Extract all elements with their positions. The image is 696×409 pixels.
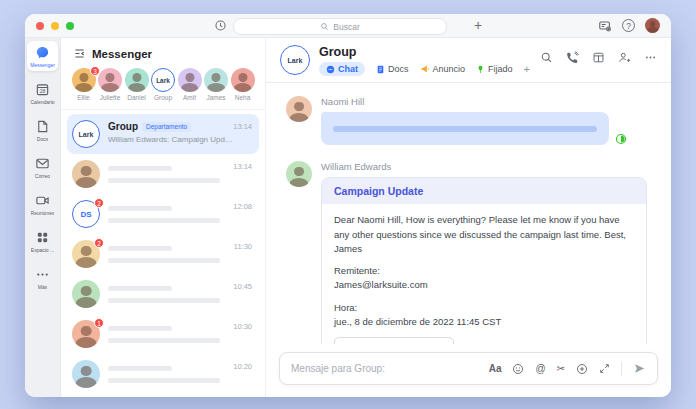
email-card-title: Campaign Update: [322, 178, 646, 204]
message-input[interactable]: Mensaje para Group: Aa @ ✂: [279, 352, 658, 385]
conversation-group-selected[interactable]: Lark Group Departamento William Edwards:…: [67, 114, 259, 154]
global-search-input[interactable]: Buscar: [233, 18, 447, 35]
call-icon[interactable]: [566, 51, 579, 64]
nav-item-docs[interactable]: Docs: [27, 115, 58, 145]
calendar-icon: 28: [35, 82, 50, 97]
avatar: [72, 160, 100, 188]
conversation-item[interactable]: 10:45: [67, 274, 259, 314]
tab-docs[interactable]: Docs: [376, 64, 409, 74]
conversation-name: Group: [319, 45, 530, 59]
search-in-chat-icon[interactable]: [540, 51, 553, 64]
nav-item-messenger[interactable]: Messenger: [27, 41, 58, 71]
pin-icon: [476, 65, 485, 74]
department-tag: Departamento: [142, 122, 191, 132]
chat-panel-header: Messenger: [61, 38, 265, 66]
tab-chat[interactable]: Chat: [319, 62, 365, 76]
placeholder-line: [108, 218, 220, 223]
tab-announcement[interactable]: Anuncio: [420, 64, 466, 74]
mail-icon: [35, 156, 50, 171]
messenger-icon: [35, 45, 50, 60]
add-tab-button[interactable]: +: [524, 63, 530, 75]
shortcut-group[interactable]: Lark Group: [151, 68, 176, 101]
nav-label: Docs: [37, 136, 48, 142]
contact-name: Juliette: [100, 94, 121, 101]
expand-composer-button[interactable]: [599, 363, 610, 374]
screenshot-button[interactable]: ✂: [557, 363, 565, 374]
nav-item-calendar[interactable]: 28 Calendario: [27, 78, 58, 108]
sender-label: Remitente:: [334, 264, 634, 278]
conversation-time: 12:08: [233, 202, 252, 211]
shortcut-james[interactable]: James: [204, 68, 229, 101]
unread-badge: 3: [90, 66, 100, 76]
nav-label: Reuniones: [31, 210, 55, 216]
group-avatar: Lark: [280, 45, 310, 75]
zoom-window-button[interactable]: [66, 22, 74, 30]
nav-item-workspace[interactable]: Espacio ...: [27, 226, 58, 256]
nav-item-meetings[interactable]: Reuniones: [27, 189, 58, 219]
conversation-item[interactable]: 10:20: [67, 354, 259, 394]
contact-name: Amit: [183, 94, 196, 101]
emoji-button[interactable]: [512, 363, 524, 375]
tab-pinned[interactable]: Fijado: [476, 64, 513, 74]
time-value: jue., 8 de diciembre de 2022 11:45 CST: [334, 315, 634, 329]
svg-text:28: 28: [40, 88, 46, 94]
conversation-time: 10:30: [233, 322, 252, 331]
shortcut-daniel[interactable]: Daniel: [124, 68, 149, 101]
open-email-button[interactable]: Abrir correo electrónico: [334, 337, 454, 344]
close-window-button[interactable]: [36, 22, 44, 30]
message-bubble[interactable]: [321, 112, 609, 145]
shortcut-juliette[interactable]: Juliette: [98, 68, 123, 101]
placeholder-line: [108, 178, 220, 183]
add-member-icon[interactable]: [618, 51, 631, 64]
shortcut-amit[interactable]: Amit: [177, 68, 202, 101]
placeholder-line: [108, 246, 172, 251]
titlebar-right-controls: ?: [598, 18, 660, 33]
conversation-item[interactable]: DS 2 12:08: [67, 194, 259, 234]
text-format-button[interactable]: Aa: [489, 363, 502, 374]
avatar: [125, 68, 149, 92]
placeholder-line: [108, 366, 172, 371]
avatar: [231, 68, 255, 92]
message-naomi: Naomi Hill: [286, 96, 651, 145]
history-icon[interactable]: [214, 19, 227, 32]
placeholder-line: [108, 326, 172, 331]
message-author: William Edwards: [321, 161, 647, 172]
composer-toolbar: Aa @ ✂: [489, 362, 646, 376]
new-tab-button[interactable]: +: [474, 15, 482, 35]
conversation-item[interactable]: 10:20: [67, 394, 259, 397]
conversation-item[interactable]: 13:14: [67, 154, 259, 194]
grid-icon: [35, 230, 50, 245]
attach-button[interactable]: [576, 363, 588, 375]
workspace-settings-icon[interactable]: [598, 19, 612, 33]
nav-item-mail[interactable]: Correo: [27, 152, 58, 182]
user-avatar[interactable]: [645, 18, 660, 33]
unread-badge: 2: [94, 198, 104, 208]
contact-name: Neha: [235, 94, 251, 101]
conversation-item[interactable]: 1 10:30: [67, 314, 259, 354]
avatar: [72, 360, 100, 388]
more-actions-icon[interactable]: [644, 51, 657, 64]
send-button[interactable]: [633, 362, 646, 375]
shortcut-neha[interactable]: Neha: [230, 68, 255, 101]
email-card: Campaign Update Dear Naomi Hill, How is …: [321, 177, 647, 344]
docs-tab-icon: [376, 65, 385, 74]
minimize-window-button[interactable]: [51, 22, 59, 30]
conversation-preview: William Edwards: Campaign Update...: [108, 135, 236, 144]
shortcut-ellie[interactable]: 3 Ellie: [71, 68, 96, 101]
email-body-text: Dear Naomi Hill, How is everything? Plea…: [334, 213, 634, 256]
conversation-item[interactable]: 2 11:30: [67, 234, 259, 274]
tasks-board-icon[interactable]: [592, 51, 605, 64]
help-icon[interactable]: ?: [622, 19, 635, 32]
chat-tab-icon: [326, 65, 335, 74]
nav-item-more[interactable]: Más: [27, 263, 58, 293]
avatar: [72, 280, 100, 308]
placeholder-text-line: [333, 126, 597, 132]
collapse-sidebar-icon[interactable]: [73, 47, 86, 60]
nav-label: Correo: [35, 173, 50, 179]
video-camera-icon: [35, 193, 50, 208]
search-placeholder: Buscar: [333, 22, 359, 32]
mention-button[interactable]: @: [535, 363, 545, 374]
conversation-time: 10:45: [233, 282, 252, 291]
nav-label: Más: [38, 284, 47, 290]
avatar: [178, 68, 202, 92]
